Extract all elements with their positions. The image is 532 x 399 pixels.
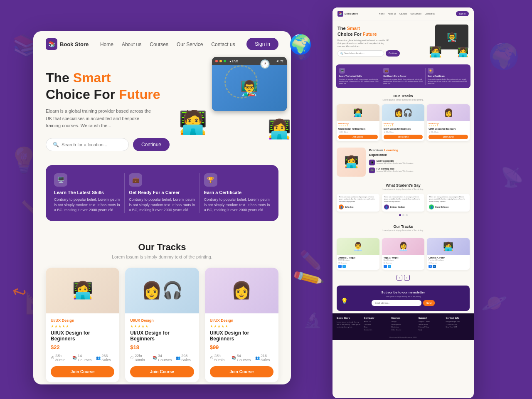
instructor-card-2: 👩‍💼 Yoga G. Wright Web Designer 12 Cours…	[382, 238, 425, 270]
right-feature-2: 💼 Get Ready For a Career Contrary to pop…	[383, 68, 423, 85]
track-category-1: UI/UX Design	[51, 318, 114, 323]
right-search-input[interactable]	[344, 52, 381, 54]
right-tracks-grid: 👩‍💻 UI/UX Design ★★★★★ UI/UX Design for …	[337, 104, 470, 141]
continue-button[interactable]: Continue	[133, 138, 170, 151]
right-instructors-section: Our Tracks Lorem ipsum is simply dummy t…	[332, 221, 474, 238]
nav-item-courses[interactable]: Courses	[150, 40, 168, 48]
right-logo-text: Book Store	[345, 12, 358, 15]
twitter-icon-2[interactable]: t	[388, 265, 391, 268]
instructor-card-3: 👩‍💻 Cynthia A. Paton Front-end Developer…	[427, 238, 470, 270]
right-tracks-subtitle: Lorem Ipsum is simply dummy text of the …	[337, 99, 470, 101]
testimonials-subtitle: Lorem ipsum is simply dummy text of the …	[337, 188, 470, 190]
right-track-img-3: 👩	[427, 104, 470, 121]
tracks-subtitle: Lorem Ipsum is simply dummy text of the …	[46, 254, 278, 259]
right-feature-icon-2: 💼	[383, 68, 389, 74]
feature-title-1: Learn The Latest Skills	[54, 190, 120, 195]
right-join-btn-3[interactable]: Join Course	[429, 135, 468, 139]
newsletter-email-input[interactable]	[372, 300, 421, 306]
dot-3[interactable]	[406, 214, 408, 216]
track-meta-1: ⏱ 23h 30min 📚 14 Courses 👥 263 Sales	[51, 354, 114, 362]
linkedin-icon[interactable]: in	[433, 265, 436, 268]
right-feature-1: 🖥️ Learn The Latest Skills Contrary to p…	[339, 68, 379, 85]
search-input[interactable]	[62, 142, 122, 147]
author-avatar-3: 👤	[429, 204, 434, 209]
feature-icon-2: 💼	[129, 173, 142, 187]
instructors-pagination: ‹ ›	[332, 273, 474, 283]
instructor-img-3: 👩‍💻	[427, 238, 470, 255]
right-features-bar: 🖥️ Learn The Latest Skills Contrary to p…	[336, 64, 470, 88]
footer-support-col: Support Support Center Terms of Use Priv…	[419, 317, 443, 331]
nav-item-home[interactable]: Home	[100, 40, 113, 48]
track-card-1: 👩‍💻 UI/UX Design ★★★★★ UI/UX Design for …	[46, 268, 119, 382]
right-join-btn-2[interactable]: Join Course	[384, 135, 423, 139]
track-name-3: UI/UX Design for Beginners	[210, 330, 273, 342]
footer-company-col: Company About Us Our Team Blog Contact U…	[364, 317, 388, 331]
instructors-grid: 👨‍💼 Andrew L. Hogue UI/UX Designer 15 Co…	[332, 238, 474, 273]
dot-2[interactable]	[402, 214, 404, 216]
facebook-icon-2[interactable]: f	[384, 265, 387, 268]
track-price-1: $22	[51, 344, 114, 350]
prev-arrow[interactable]: ‹	[397, 275, 402, 281]
right-feature-icon-1: 🖥️	[339, 68, 345, 74]
nav-item-contact[interactable]: Contact us	[211, 40, 235, 48]
right-premium-section: 👩‍💻 Premium LearningExperience 📱 Easily …	[332, 144, 474, 180]
facebook-icon-3[interactable]: f	[429, 265, 432, 268]
right-search-icon: 🔍	[340, 52, 343, 55]
our-tracks-section: Our Tracks Lorem Ipsum is simply dummy t…	[33, 234, 291, 384]
nav-item-service[interactable]: Our Service	[177, 40, 203, 48]
track-card-2: 👩‍🎧 UI/UX Design ★★★★★ UI/UX Design for …	[125, 268, 199, 382]
right-continue-button[interactable]: Continue	[386, 50, 400, 57]
testimonials-pagination	[337, 214, 470, 216]
next-arrow[interactable]: ›	[404, 275, 410, 281]
right-signin-button[interactable]: Sign in	[456, 11, 469, 16]
join-course-btn-1[interactable]: Join Course	[51, 366, 114, 377]
right-join-btn-1[interactable]: Join Course	[338, 135, 378, 139]
right-track-card-2: 👩‍🎧 UI/UX Design ★★★★★ UI/UX Design for …	[382, 104, 425, 141]
right-tracks-section: Our Tracks Lorem Ipsum is simply dummy t…	[332, 91, 474, 144]
join-course-btn-3[interactable]: Join Course	[210, 366, 273, 377]
newsletter-submit-button[interactable]: Send	[423, 300, 435, 306]
search-box[interactable]: 🔍	[46, 138, 129, 151]
hero-title-text1: The Smart	[46, 70, 111, 85]
tracks-title: Our Tracks	[46, 242, 278, 253]
search-icon: 🔍	[53, 142, 59, 148]
right-premium-content: Premium LearningExperience 📱 Easily Acce…	[369, 148, 470, 175]
feature-title-2: Get Ready For a Career	[129, 190, 195, 195]
feature-divider-2	[200, 173, 200, 213]
instructor-img-1: 👨‍💼	[337, 238, 379, 255]
track-stars-2: ★★★★★	[130, 324, 194, 328]
newsletter-form: Send	[341, 300, 466, 306]
facebook-icon[interactable]: f	[338, 265, 342, 268]
right-hero-desc: Elearn is a global training provider bas…	[337, 39, 392, 48]
hero-illustration: ● LIVE 👁 72 👨‍🏫 🧑‍💻 👩‍💻 🕐	[175, 53, 291, 144]
feature-divider-1	[124, 173, 125, 213]
footer-brand-col: Book Store Lorem ipsum is simply dummy t…	[337, 317, 361, 331]
track-meta-3: ⏱ 28h 50min 📚 54 Courses 👥 216 Sales	[210, 354, 273, 362]
author-avatar-1: 👤	[339, 204, 344, 209]
dot-1[interactable]	[399, 214, 401, 216]
right-track-card-3: 👩 UI/UX Design ★★★★★ UI/UX Design for Be…	[427, 104, 470, 141]
track-name-2: UI/UX Design for Beginners	[130, 330, 194, 342]
right-navbar: 📚 Book Store Home About us Courses Our S…	[332, 7, 474, 20]
hero-highlight1: Smart	[73, 70, 111, 85]
instructor-socials-3: f in	[429, 265, 468, 268]
hero-title-text2: Choice For Future	[46, 87, 160, 102]
join-course-btn-2[interactable]: Join Course	[130, 366, 194, 377]
nav-item-about[interactable]: About us	[122, 40, 141, 48]
signin-button[interactable]: Sign in	[246, 38, 278, 50]
right-feature-icon-3: 🏆	[428, 68, 433, 74]
footer-logo: Book Store	[337, 317, 361, 319]
right-track-img-2: 👩‍🎧	[382, 104, 425, 121]
right-search-box[interactable]: 🔍	[337, 50, 384, 57]
instructor-socials-2: f t	[384, 265, 423, 268]
right-tracks-title: Our Tracks	[337, 94, 470, 98]
arrow-decoration-2: ↩	[10, 281, 30, 304]
footer-brand-desc: Lorem ipsum is simply dummy text of the …	[337, 321, 361, 328]
logo-text: Book Store	[60, 41, 89, 47]
right-nav-links: Home About us Courses Our Service Contac…	[379, 12, 435, 15]
feature-icon-3: 🏆	[204, 173, 217, 187]
instructors-subtitle: Lorem ipsum is simply dummy text of the …	[337, 229, 470, 232]
twitter-icon[interactable]: t	[342, 265, 346, 268]
instructor-card-1: 👨‍💼 Andrew L. Hogue UI/UX Designer 15 Co…	[337, 238, 379, 270]
footer-courses-col: Courses Design Development Marketing Vid…	[391, 317, 415, 331]
